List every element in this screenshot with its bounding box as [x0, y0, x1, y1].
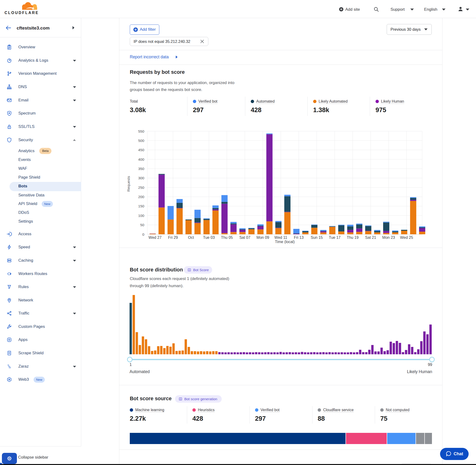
svg-text:Mon 09: Mon 09 [256, 235, 269, 240]
svg-text:Requests: Requests [127, 176, 130, 192]
svg-text:100: 100 [138, 213, 144, 218]
svg-text:Oct: Oct [188, 235, 194, 240]
svg-text:Automated: Automated [129, 369, 150, 374]
svg-text:550: 550 [138, 129, 144, 133]
svg-text:200: 200 [138, 195, 144, 199]
svg-text:450: 450 [138, 148, 144, 152]
svg-text:Wed 25: Wed 25 [400, 235, 413, 240]
svg-text:Tue 17: Tue 17 [329, 235, 340, 240]
svg-text:Sun 15: Sun 15 [311, 235, 323, 240]
svg-text:Fri 13: Fri 13 [294, 235, 304, 240]
svg-text:350: 350 [138, 167, 144, 171]
svg-text:150: 150 [138, 204, 144, 208]
svg-text:Likely Human: Likely Human [407, 369, 432, 374]
svg-text:Wed 27: Wed 27 [148, 235, 162, 240]
svg-text:250: 250 [138, 185, 144, 190]
svg-text:Time (local): Time (local) [275, 240, 295, 244]
svg-text:400: 400 [138, 157, 144, 161]
svg-text:0: 0 [142, 232, 144, 236]
svg-text:Sat 21: Sat 21 [365, 235, 376, 240]
svg-text:50: 50 [140, 223, 145, 227]
svg-text:Sat 07: Sat 07 [239, 235, 250, 240]
svg-text:99: 99 [428, 362, 432, 367]
svg-text:Fri 29: Fri 29 [168, 235, 178, 240]
svg-text:500: 500 [138, 138, 144, 143]
svg-text:Tue 03: Tue 03 [203, 235, 215, 240]
svg-text:1: 1 [129, 362, 132, 367]
svg-text:Thu 05: Thu 05 [221, 235, 233, 240]
svg-text:Mon 23: Mon 23 [382, 235, 395, 240]
svg-text:300: 300 [138, 176, 144, 180]
svg-text:Wed 11: Wed 11 [274, 235, 287, 240]
svg-text:Thu 19: Thu 19 [347, 235, 359, 240]
